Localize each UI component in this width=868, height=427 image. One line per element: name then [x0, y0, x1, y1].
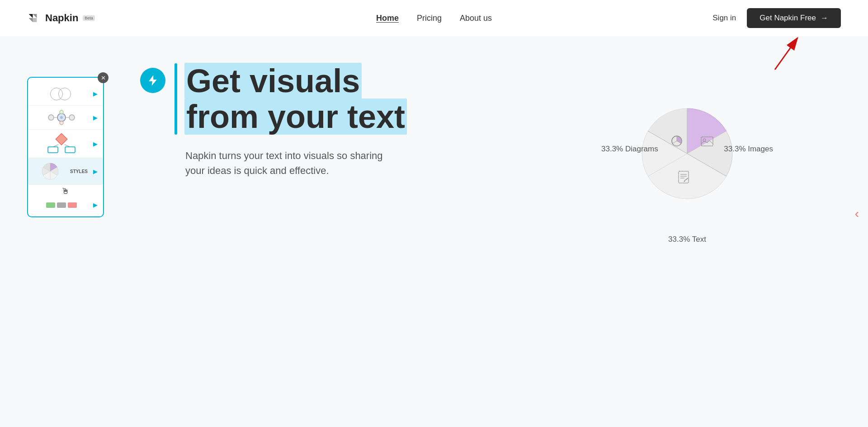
pie-label-images: 33.3% Images	[724, 145, 773, 154]
sidebar-panel: ✕ ▶	[27, 77, 104, 217]
colored-rects-icon	[33, 202, 90, 208]
svg-marker-0	[29, 14, 33, 18]
row-arrow-1: ▶	[93, 90, 98, 97]
row-arrow-5: ▶	[93, 202, 98, 208]
styles-icon	[33, 162, 66, 181]
green-rect	[46, 202, 55, 208]
svg-marker-2	[29, 18, 33, 22]
sidebar-close-button[interactable]: ✕	[98, 72, 108, 83]
cursor-icon: 🖱	[28, 185, 103, 198]
hero-title: Get visuals from your text	[184, 63, 407, 135]
navbar: Napkin Beta Home Pricing About us Sign i…	[0, 0, 868, 36]
flow-diagram-small	[46, 109, 77, 126]
pie-chart-small	[41, 162, 60, 181]
svg-rect-16	[56, 133, 67, 145]
flow-icon	[33, 109, 90, 126]
hero-title-line2: from your text	[184, 99, 407, 135]
pie-label-diagrams: 33.3% Diagrams	[601, 145, 658, 154]
venn-icon	[33, 86, 90, 102]
sidebar-row-colored-rects[interactable]: ▶	[28, 198, 103, 212]
hero-subtitle: Napkin turns your text into visuals so s…	[185, 148, 402, 178]
red-rect	[68, 202, 77, 208]
nav-links: Home Pricing About us	[376, 14, 492, 23]
logo[interactable]: Napkin Beta	[27, 11, 95, 25]
svg-point-8	[60, 116, 63, 119]
svg-point-10	[60, 110, 63, 114]
sidebar-row-venn[interactable]: ▶	[28, 82, 103, 106]
sidebar-row-flow[interactable]: ▶	[28, 106, 103, 130]
pie-svg-wrapper	[637, 104, 737, 203]
svg-marker-1	[33, 14, 37, 18]
grey-rect	[57, 202, 66, 208]
pie-labels: 33.3% Diagrams 33.3% Images 33.3% Text	[601, 86, 773, 249]
sidebar-row-styles[interactable]: STYLES ▶	[28, 158, 103, 185]
hero-text-with-bar: Get visuals from your text	[175, 63, 407, 135]
hero-title-block: Get visuals from your text	[184, 63, 407, 135]
nav-home[interactable]: Home	[376, 14, 399, 23]
styles-label: STYLES	[70, 169, 88, 174]
cta-label: Get Napkin Free	[760, 14, 816, 23]
row-arrow-2: ▶	[93, 114, 98, 121]
row-arrow-4: ▶	[93, 168, 98, 175]
svg-point-9	[69, 115, 75, 120]
svg-rect-17	[48, 147, 58, 153]
pie-chart-svg	[637, 104, 737, 203]
svg-point-11	[60, 121, 63, 125]
svg-point-6	[48, 115, 54, 120]
nav-actions: Sign in Get Napkin Free →	[712, 8, 841, 28]
diamond-icon	[33, 133, 90, 154]
brand-badge: Beta	[83, 15, 95, 21]
brand-name: Napkin	[45, 12, 78, 24]
signin-link[interactable]: Sign in	[712, 14, 736, 23]
diamond-flow-small	[46, 133, 77, 154]
nav-about[interactable]: About us	[460, 14, 492, 23]
nav-pricing[interactable]: Pricing	[417, 14, 442, 23]
hero-accent-bar	[175, 63, 177, 135]
pie-label-text: 33.3% Text	[668, 235, 706, 244]
cta-arrow-icon: →	[821, 14, 828, 23]
get-napkin-free-button[interactable]: Get Napkin Free →	[747, 8, 841, 28]
hero-title-line1: Get visuals	[184, 63, 362, 99]
main-content: ✕ ▶	[0, 36, 868, 217]
lightning-icon	[140, 68, 165, 93]
svg-rect-18	[65, 147, 75, 153]
sidebar-row-diamond[interactable]: ▶	[28, 130, 103, 158]
venn-diagram-small	[46, 86, 77, 102]
pie-chart-area: 33.3% Diagrams 33.3% Images 33.3% Text	[597, 81, 778, 253]
svg-marker-3	[33, 18, 37, 22]
row-arrow-3: ▶	[93, 141, 98, 147]
napkin-logo-icon	[27, 11, 42, 25]
